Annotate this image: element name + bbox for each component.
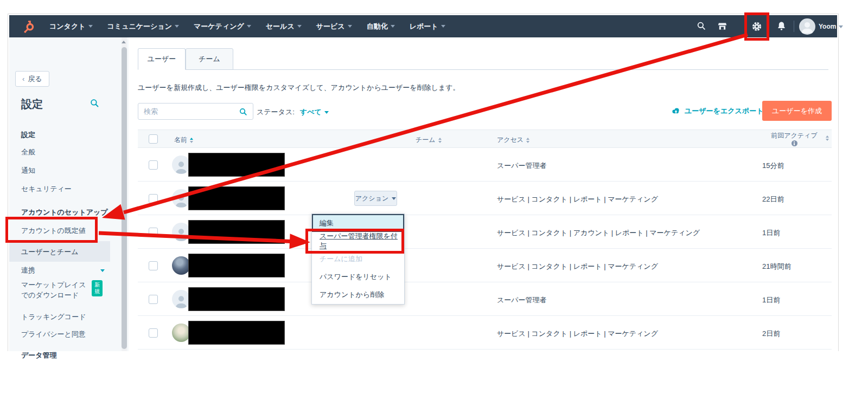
row-checkbox[interactable] bbox=[149, 295, 158, 304]
last-active-cell: 1日前 bbox=[762, 228, 780, 238]
status-label: ステータス: bbox=[257, 107, 295, 117]
nav-item-automation[interactable]: 自動化 bbox=[367, 22, 395, 31]
nav-item-service[interactable]: サービス bbox=[316, 22, 352, 31]
nav-item-marketing[interactable]: マーケティング bbox=[194, 22, 251, 31]
status-filter: ステータス: すべて bbox=[257, 107, 329, 117]
create-user-button[interactable]: ユーザーを作成 bbox=[762, 101, 832, 121]
nav-item-reports[interactable]: レポート bbox=[410, 22, 445, 31]
sort-icon[interactable] bbox=[826, 135, 829, 141]
column-header-last-active[interactable]: 前回アクティブ bbox=[764, 132, 824, 148]
chevron-down-icon bbox=[247, 25, 251, 28]
tab-users[interactable]: ユーザー bbox=[138, 48, 186, 70]
menu-item-reset-password[interactable]: パスワードをリセット bbox=[312, 268, 404, 286]
row-checkbox[interactable] bbox=[149, 328, 158, 338]
top-navigation-bar: コンタクト コミュニケーション マーケティング セールス サービス 自動化 レポ… bbox=[9, 15, 837, 37]
actions-button[interactable]: アクション bbox=[354, 191, 397, 206]
sidebar-item-privacy-consent[interactable]: プライバシーと同意 bbox=[21, 329, 86, 339]
back-label: 戻る bbox=[28, 74, 42, 84]
column-header-team[interactable]: チーム bbox=[416, 135, 442, 145]
tab-teams[interactable]: チーム bbox=[186, 48, 233, 70]
nav-item-communication[interactable]: コミュニケーション bbox=[107, 22, 179, 31]
avatar bbox=[172, 223, 190, 241]
avatar bbox=[172, 290, 190, 308]
avatar-photo bbox=[172, 256, 190, 275]
search-icon[interactable] bbox=[239, 107, 248, 117]
sidebar-group-data-management: データ管理 bbox=[21, 351, 57, 360]
chevron-down-icon bbox=[324, 111, 329, 114]
chevron-down-icon bbox=[297, 25, 302, 28]
user-avatar[interactable] bbox=[799, 18, 815, 35]
chevron-left-icon: ‹ bbox=[22, 75, 24, 83]
access-cell: サービス | コンタクト | レポート | マーケティング bbox=[497, 329, 658, 339]
redacted-name bbox=[188, 220, 285, 244]
sidebar-item-notifications[interactable]: 通知 bbox=[21, 166, 35, 176]
nav-menu: コンタクト コミュニケーション マーケティング セールス サービス 自動化 レポ… bbox=[49, 15, 445, 37]
sort-icon bbox=[438, 138, 442, 143]
user-menu[interactable]: Yoom bbox=[819, 23, 843, 30]
last-active-cell: 15分前 bbox=[762, 161, 784, 171]
menu-item-edit[interactable]: 編集 bbox=[312, 214, 404, 232]
row-checkbox[interactable] bbox=[149, 228, 158, 237]
row-checkbox[interactable] bbox=[149, 160, 158, 170]
notifications-bell-icon[interactable] bbox=[776, 21, 788, 33]
sidebar-item-security[interactable]: セキュリティー bbox=[21, 184, 72, 194]
nav-item-contacts[interactable]: コンタクト bbox=[49, 22, 93, 31]
user-name-label: Yoom bbox=[819, 23, 836, 30]
settings-sidebar: ‹ 戻る 設定 設定 全般 通知 セキュリティー アカウントのセットアップ アカ… bbox=[9, 37, 129, 351]
sidebar-item-integrations[interactable]: 連携 bbox=[21, 266, 35, 275]
settings-gear-icon[interactable] bbox=[751, 21, 763, 33]
column-header-access[interactable]: アクセス bbox=[497, 135, 529, 145]
sidebar-item-tracking-code[interactable]: トラッキングコード bbox=[21, 312, 86, 322]
access-cell: サービス | コンタクト | レポート | マーケティング bbox=[497, 262, 658, 271]
new-badge: 新規 bbox=[92, 280, 103, 296]
search-icon[interactable] bbox=[696, 21, 708, 33]
hubspot-logo-icon[interactable] bbox=[21, 19, 36, 36]
redacted-name bbox=[188, 186, 285, 210]
chevron-down-icon bbox=[441, 25, 445, 28]
column-header-name[interactable]: 名前 bbox=[174, 135, 193, 145]
tabs-divider bbox=[138, 69, 828, 70]
row-checkbox[interactable] bbox=[149, 261, 158, 270]
select-all-checkbox[interactable] bbox=[149, 134, 158, 144]
export-users-link[interactable]: ユーザーをエクスポート bbox=[671, 106, 763, 116]
menu-item-grant-super-admin[interactable]: スーパー管理者権限を付与 bbox=[312, 232, 404, 250]
sidebar-item-users-and-teams[interactable]: ユーザーとチーム bbox=[9, 241, 110, 262]
redacted-name bbox=[188, 287, 285, 311]
page-description: ユーザーを新規作成し、ユーザー権限をカスタマイズして、アカウントからユーザーを削… bbox=[138, 83, 460, 93]
sort-icon bbox=[526, 138, 529, 143]
row-checkbox[interactable] bbox=[149, 194, 158, 203]
chevron-down-icon bbox=[391, 25, 395, 28]
actions-dropdown-menu: 編集 スーパー管理者権限を付与 チームに追加 パスワードをリセット アカウントか… bbox=[311, 214, 405, 305]
access-cell: サービス | コンタクト | レポート | マーケティング bbox=[497, 195, 658, 204]
sidebar-item-general[interactable]: 全般 bbox=[21, 147, 35, 157]
search-input[interactable] bbox=[144, 104, 233, 119]
info-icon[interactable] bbox=[792, 140, 797, 146]
chevron-down-icon bbox=[348, 25, 352, 28]
nav-item-sales[interactable]: セールス bbox=[266, 22, 302, 31]
status-dropdown[interactable]: すべて bbox=[300, 107, 329, 117]
redacted-name bbox=[188, 153, 285, 177]
settings-search-icon[interactable] bbox=[90, 98, 100, 111]
chevron-down-icon bbox=[392, 197, 396, 200]
table-row: アクション サービス | コンタクト | レポート | マーケティング 22日前 bbox=[138, 182, 832, 215]
last-active-cell: 21時間前 bbox=[762, 262, 791, 271]
nav-divider bbox=[794, 21, 794, 32]
sidebar-scrollbar-thumb[interactable] bbox=[122, 47, 127, 349]
marketplace-icon[interactable] bbox=[717, 21, 729, 33]
avatar-photo bbox=[172, 324, 190, 342]
sidebar-item-account-defaults[interactable]: アカウントの既定値 bbox=[21, 226, 86, 236]
avatar bbox=[172, 156, 190, 174]
sort-icon bbox=[190, 138, 193, 143]
table-row: サービス | コンタクト | レポート | マーケティング 21時間前 bbox=[138, 249, 832, 282]
scrollbar-up-arrow[interactable] bbox=[122, 41, 126, 43]
table-row: サービス | コンタクト | アカウント | レポート | マーケティング 1日… bbox=[138, 215, 832, 249]
back-button[interactable]: ‹ 戻る bbox=[15, 71, 49, 87]
user-search bbox=[138, 103, 253, 120]
app-window: コンタクト コミュニケーション マーケティング セールス サービス 自動化 レポ… bbox=[8, 14, 839, 351]
menu-item-remove-from-account[interactable]: アカウントから削除 bbox=[312, 286, 404, 303]
last-active-cell: 1日前 bbox=[762, 295, 780, 305]
access-cell: スーパー管理者 bbox=[497, 161, 547, 171]
table-header: 名前 チーム アクセス 前回アクティブ bbox=[138, 130, 832, 148]
access-cell: スーパー管理者 bbox=[497, 295, 547, 305]
sidebar-item-marketplace-downloads[interactable]: マーケットプレイスでのダウンロード bbox=[21, 280, 90, 300]
